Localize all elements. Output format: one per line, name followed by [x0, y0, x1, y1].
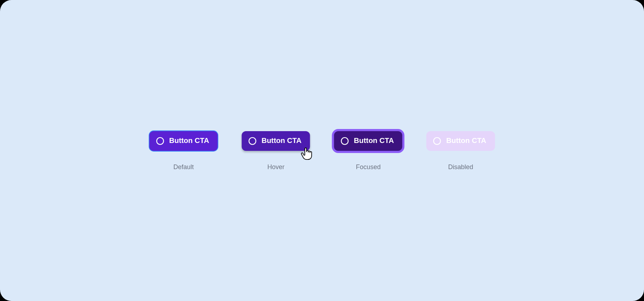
state-focused: Button CTA Focused: [334, 131, 402, 170]
state-hover: Button CTA Hover: [241, 131, 310, 170]
state-label-disabled: Disabled: [448, 163, 473, 170]
button-label: Button CTA: [354, 137, 394, 145]
circle-icon: [156, 137, 164, 145]
canvas: Button CTA Default Button CTA Hover Butt…: [0, 0, 644, 301]
button-label: Button CTA: [169, 137, 209, 145]
circle-icon: [341, 137, 349, 145]
state-default: Button CTA Default: [149, 131, 218, 170]
circle-icon: [249, 137, 257, 145]
button-label: Button CTA: [262, 137, 302, 145]
cta-button-hover[interactable]: Button CTA: [241, 131, 310, 150]
cta-button-disabled: Button CTA: [426, 131, 495, 150]
state-label-focused: Focused: [356, 163, 381, 170]
button-label: Button CTA: [446, 137, 486, 145]
cta-button-focused[interactable]: Button CTA: [334, 131, 402, 150]
circle-icon: [433, 137, 441, 145]
state-disabled: Button CTA Disabled: [426, 131, 495, 170]
state-label-default: Default: [173, 163, 194, 170]
cta-button-default[interactable]: Button CTA: [149, 131, 218, 150]
button-states-row: Button CTA Default Button CTA Hover Butt…: [149, 131, 495, 170]
state-label-hover: Hover: [267, 163, 284, 170]
